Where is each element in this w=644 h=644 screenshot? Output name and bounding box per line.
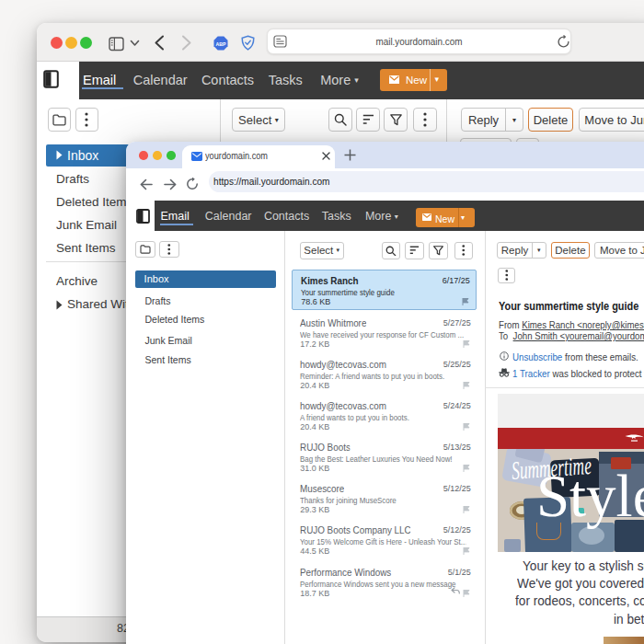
svg-text:ABP: ABP xyxy=(216,40,226,46)
